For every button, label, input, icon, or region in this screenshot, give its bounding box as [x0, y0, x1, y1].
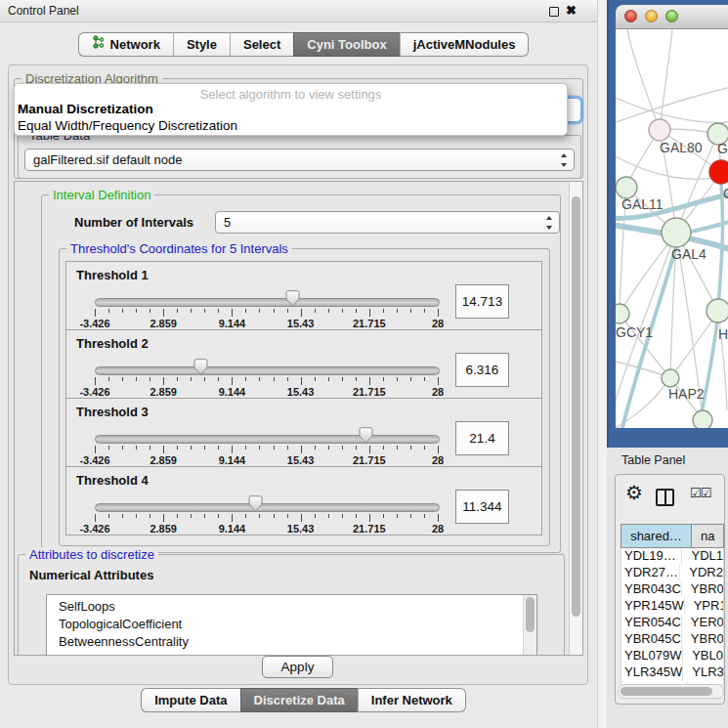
numerical-attributes-label: Numerical Attributes: [29, 568, 153, 582]
top-tab-strip: NetworkStyleSelectCyni ToolboxjActiveMNo…: [0, 32, 607, 57]
tab-label: Select: [243, 33, 280, 56]
combo-arrows-icon: [543, 216, 554, 230]
tab-network[interactable]: Network: [78, 32, 173, 57]
table-panel-title: Table Panel: [621, 453, 685, 467]
table-row[interactable]: YLR345WYLR3: [621, 664, 723, 681]
tab-discretize-data[interactable]: Discretize Data: [240, 688, 358, 712]
threshold-label: Threshold 2: [76, 336, 149, 351]
threshold-slider-thumb[interactable]: [248, 495, 263, 512]
threshold-tick-labels: -3.4262.8599.14415.4321.71528: [95, 386, 438, 398]
table-row[interactable]: YDR27…YDR2: [621, 565, 723, 581]
attributes-scrollbar-thumb[interactable]: [526, 597, 535, 632]
settings-scrollbar-thumb[interactable]: [572, 196, 580, 617]
threshold-label: Threshold 1: [76, 268, 149, 282]
attribute-item-selfloops[interactable]: SelfLoops: [47, 598, 536, 616]
network-node[interactable]: [707, 299, 728, 322]
table-row[interactable]: YER054CYER0: [621, 615, 723, 631]
threshold-slider-track[interactable]: [95, 366, 440, 375]
close-icon[interactable]: ✖: [566, 3, 577, 18]
network-node[interactable]: [709, 160, 728, 184]
threshold-label: Threshold 4: [76, 473, 149, 488]
table-horizontal-scrollbar[interactable]: [618, 684, 724, 699]
tab-infer-network[interactable]: Infer Network: [358, 688, 466, 712]
numerical-attributes-list[interactable]: SelfLoopsTopologicalCoefficientBetweenne…: [46, 594, 537, 656]
network-canvas[interactable]: GAL80GACGAL11GAL4GCY1HHAP2: [616, 29, 728, 428]
network-window: GAL80GACGAL11GAL4GCY1HHAP2: [616, 5, 728, 428]
tab-style[interactable]: Style: [173, 32, 230, 57]
tab-jactivemnodules[interactable]: jActiveMNodules: [400, 32, 530, 57]
apply-button[interactable]: Apply: [262, 656, 333, 678]
threshold-slider-thumb[interactable]: [285, 290, 300, 307]
threshold-slider-track[interactable]: [95, 503, 440, 512]
network-node[interactable]: [662, 369, 679, 387]
number-of-intervals-select[interactable]: 5: [215, 211, 560, 234]
network-node[interactable]: [649, 119, 670, 141]
threshold-slider-track[interactable]: [95, 435, 440, 444]
tab-select[interactable]: Select: [230, 32, 293, 57]
tab-label: Style: [187, 33, 217, 56]
column-header-name[interactable]: na: [692, 525, 723, 547]
threshold-value-field[interactable]: 11.344: [455, 490, 509, 524]
threshold-label: Threshold 3: [76, 405, 149, 419]
table-panel-area: Table Panel ⚙ ☑☑ shared… na YDL19…YDL1YD…: [607, 448, 728, 728]
number-of-intervals-label: Number of Intervals: [74, 215, 193, 230]
threshold-ticks: [95, 309, 438, 318]
table-row[interactable]: YBR045CYBR0: [621, 631, 723, 648]
attribute-item-betweennesscentrality[interactable]: BetweennessCentrality: [47, 633, 536, 651]
network-window-titlebar: [616, 5, 728, 29]
attributes-group-title: Attributes to discretize: [25, 547, 158, 562]
node-table-rows: YDL19…YDL1YDR27…YDR2YBR043CYBR0YPR145WYP…: [621, 548, 724, 684]
algorithm-option-equal-width-frequency-discretization[interactable]: Equal Width/Frequency Discretization: [18, 118, 237, 133]
table-row[interactable]: YBR043CYBR0: [621, 581, 723, 598]
network-node-label-h: H: [718, 326, 728, 342]
threshold-value-field[interactable]: 6.316: [455, 353, 509, 387]
zoom-traffic-light-icon[interactable]: [665, 10, 678, 22]
float-window-icon[interactable]: [549, 7, 559, 17]
split-panel-icon[interactable]: [656, 489, 674, 506]
network-node[interactable]: [616, 177, 637, 198]
threshold-panel-3: Threshold 3-3.4262.8599.14415.4321.71528…: [65, 398, 542, 467]
control-panel: Control Panel ✖ NetworkStyleSelectCyni T…: [0, 0, 607, 728]
cell-name: YPR1: [685, 598, 724, 615]
threshold-panel-4: Threshold 4-3.4262.8599.14415.4321.71528…: [65, 466, 542, 535]
algorithm-dropdown-popup: Select algorithm to view settings Manual…: [14, 83, 568, 136]
table-horizontal-scrollbar-thumb[interactable]: [621, 687, 712, 696]
threshold-slider-thumb[interactable]: [193, 359, 208, 375]
cell-shared-name: YBL079W: [621, 648, 683, 664]
table-row[interactable]: YBL079WYBL0: [621, 648, 723, 664]
network-node[interactable]: [693, 410, 712, 428]
column-header-shared-name[interactable]: shared…: [621, 525, 692, 547]
interval-definition-group-title: Interval Definition: [49, 188, 154, 202]
threshold-value-field[interactable]: 14.713: [455, 284, 509, 319]
settings-scrollbar[interactable]: [569, 182, 582, 655]
attributes-scrollbar[interactable]: [523, 595, 536, 656]
cell-shared-name: YDL19…: [621, 548, 682, 565]
interval-definition-group: Interval Definition Number of Intervals …: [41, 194, 561, 553]
gear-icon[interactable]: ⚙: [625, 481, 643, 504]
cell-name: YDL1: [682, 548, 723, 565]
close-traffic-light-icon[interactable]: [624, 10, 637, 22]
tab-impute-data[interactable]: Impute Data: [141, 688, 239, 712]
network-node-label-hap2: HAP2: [668, 386, 705, 402]
tab-cyni-toolbox[interactable]: Cyni Toolbox: [293, 32, 399, 57]
tab-label: Infer Network: [371, 689, 452, 711]
table-data-select[interactable]: galFiltered.sif default node: [24, 149, 575, 171]
network-node[interactable]: [616, 304, 629, 323]
algorithm-option-manual-discretization[interactable]: Manual Discretization: [18, 102, 153, 116]
network-edge[interactable]: [627, 29, 660, 130]
cell-name: YLR3: [683, 664, 724, 681]
threshold-slider-track[interactable]: [95, 298, 440, 307]
checkboxes-icon[interactable]: ☑☑: [690, 486, 710, 500]
attribute-item-topologicalcoefficient[interactable]: TopologicalCoefficient: [47, 616, 536, 633]
table-row[interactable]: YDL19…YDL1: [621, 548, 723, 565]
network-node[interactable]: [662, 218, 691, 247]
network-edge[interactable]: [616, 98, 728, 123]
cell-name: YBL0: [683, 648, 723, 664]
minimize-traffic-light-icon[interactable]: [645, 10, 658, 22]
threshold-slider-thumb[interactable]: [359, 427, 373, 444]
cell-shared-name: YBR045C: [621, 631, 682, 648]
threshold-value-field[interactable]: 21.4: [455, 421, 509, 455]
table-row[interactable]: YPR145WYPR1: [621, 598, 723, 615]
node-table-header: shared… na: [621, 524, 724, 548]
cell-name: YDR2: [680, 565, 723, 581]
